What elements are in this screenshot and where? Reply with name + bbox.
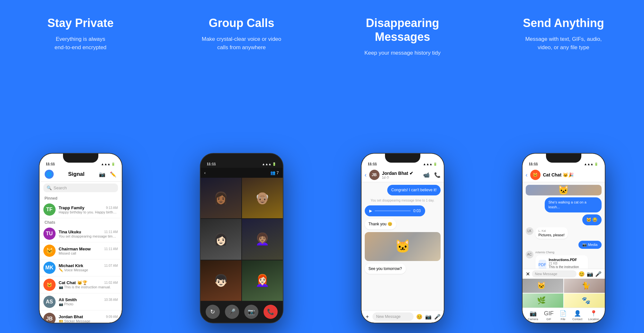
contact-avatar: 🐱 bbox=[530, 170, 541, 180]
contact-info: Jordan Bhat ✔ 1d ⏱ bbox=[382, 171, 421, 179]
phone2-wrap: 11:11 ▲▲▲ 🔋 ‹ 👥 7 👩🏾 👴🏽 bbox=[171, 61, 312, 323]
photo-cell[interactable]: 🌿 bbox=[523, 293, 563, 308]
app-title: Signal bbox=[68, 171, 85, 177]
pinned-label: Pinned bbox=[40, 194, 122, 201]
back-arrow-icon[interactable]: ‹ bbox=[365, 172, 367, 178]
chats-label: Chats bbox=[40, 218, 122, 225]
panel1-subtitle: Everything is alwaysend-to-end encrypted bbox=[55, 35, 107, 51]
globe-icon: 🌐 bbox=[45, 170, 54, 179]
system-message: You set disappearing message time to 1 d… bbox=[365, 198, 441, 203]
plus-icon[interactable]: ＋ bbox=[365, 313, 370, 320]
list-item[interactable]: MK Michael Kirk 11:07 AM ✏️ Voice Messag… bbox=[40, 259, 122, 276]
panel1-title: Stay Private bbox=[47, 16, 113, 30]
participant-1: 👩🏾 bbox=[201, 178, 241, 218]
rotate-button[interactable]: ↻ bbox=[206, 305, 220, 319]
cat-thumbnail: 🐱 bbox=[526, 185, 602, 195]
message-input[interactable]: New Message bbox=[532, 270, 577, 277]
contact-info: Cat Chat 🐱🎉 bbox=[543, 172, 602, 177]
call-grid: 👩🏾 👴🏽 👩🏻 👩🏽‍🦱 👦🏻 bbox=[201, 178, 283, 301]
mic-icon[interactable]: 🎤 bbox=[595, 271, 602, 277]
play-icon[interactable]: ▶ bbox=[369, 209, 372, 213]
status-bar-2: 11:11 ▲▲▲ 🔋 bbox=[201, 154, 283, 168]
camera-icon[interactable]: 📷 bbox=[425, 314, 432, 320]
camera-button[interactable]: 📷 bbox=[244, 305, 258, 319]
phone4-screen: 11:11 ▲▲▲ 🔋 ‹ 🐱 Cat Chat 🐱🎉 🐱 She's walk… bbox=[523, 154, 605, 323]
end-call-button[interactable]: 📞 bbox=[264, 305, 278, 319]
camera-toolbar-item[interactable]: 📷 Camera bbox=[528, 310, 538, 321]
photo-cell[interactable]: 🐈 bbox=[564, 279, 605, 293]
list-item[interactable]: 🐱 Chairman Meow 11:11 AM Missed call bbox=[40, 242, 122, 259]
mic-icon[interactable]: 🎤 bbox=[434, 314, 441, 320]
list-item[interactable]: JB Jordan Bhat 9:09 AM 🎫 Sticker Message bbox=[40, 310, 122, 323]
list-item[interactable]: 🐱 Cat Chat 🐱🏆 11:02 AM 📷 This is the ins… bbox=[40, 276, 122, 293]
file-toolbar-item[interactable]: 📄 File bbox=[559, 310, 567, 321]
panel3-title: DisappearingMessages bbox=[366, 16, 439, 44]
panel-stay-private: Stay Private Everything is alwaysend-to-… bbox=[0, 0, 161, 333]
video-call-icon[interactable]: 📹 bbox=[423, 172, 430, 178]
call-controls: ↻ 🎤 📷 📞 bbox=[201, 301, 283, 323]
sticker-icon[interactable]: 😊 bbox=[416, 314, 423, 320]
location-toolbar-item[interactable]: 📍 Location bbox=[588, 310, 599, 321]
avatar: TU bbox=[43, 228, 56, 240]
message-bubble: Thank you 😊 bbox=[365, 219, 396, 230]
message-input[interactable]: New Message bbox=[372, 312, 414, 321]
contact-toolbar-icon: 👤 bbox=[574, 310, 581, 317]
list-item[interactable]: TU Tina Ukuku 11:11 AM You set disappear… bbox=[40, 225, 122, 242]
compose-icon[interactable]: ✏️ bbox=[110, 171, 116, 177]
search-placeholder: Search bbox=[54, 185, 67, 190]
send-input-bar: ✕ New Message 😊 📷 🎤 bbox=[523, 269, 605, 279]
phone2-screen: 11:11 ▲▲▲ 🔋 ‹ 👥 7 👩🏾 👴🏽 bbox=[201, 154, 283, 323]
participant-5: 👦🏻 bbox=[201, 260, 241, 301]
panel-group-calls: Group Calls Make crystal-clear voice or … bbox=[161, 0, 322, 333]
waveform bbox=[375, 211, 411, 211]
contact-avatar: JB bbox=[369, 170, 380, 180]
send-app: 11:11 ▲▲▲ 🔋 ‹ 🐱 Cat Chat 🐱🎉 🐱 She's walk… bbox=[523, 154, 605, 323]
cat-photo: 🐱 bbox=[365, 232, 441, 261]
phone2: 11:11 ▲▲▲ 🔋 ‹ 👥 7 👩🏾 👴🏽 bbox=[200, 153, 283, 323]
status-bar-3: 11:11 ▲▲▲ 🔋 bbox=[362, 154, 444, 168]
status-bar-4: 11:11 ▲▲▲ 🔋 bbox=[523, 154, 605, 168]
msg-app: 11:11 ▲▲▲ 🔋 ‹ JB Jordan Bhat ✔ 1d ⏱ 📹 📞 bbox=[362, 154, 444, 323]
list-item[interactable]: AS Ali Smith 10:38 AM 📷 Photo bbox=[40, 293, 122, 310]
contact-toolbar-item[interactable]: 👤 Contact bbox=[572, 310, 582, 321]
avatar: 🐱 bbox=[43, 279, 56, 291]
back-arrow-icon[interactable]: ‹ bbox=[526, 172, 528, 178]
photo-cell[interactable]: 🐱 bbox=[523, 279, 563, 293]
media-button[interactable]: 📷 Media bbox=[578, 241, 601, 249]
smith-photo-preview: 📷 Photo bbox=[59, 302, 118, 306]
messages-body: Congrats! I can't believe it! You set di… bbox=[362, 182, 444, 310]
gif-toolbar-item[interactable]: GIF GIF bbox=[544, 310, 554, 321]
phone1-wrap: 11:11 ▲▲▲ 🔋 🌐 Signal 📷 ✏️ 🔍 Search Pinne… bbox=[10, 61, 151, 323]
filename: Instructions.PDF bbox=[549, 258, 585, 262]
message-bubble: Congrats! I can't believe it! bbox=[387, 185, 440, 195]
list-item[interactable]: TF Trapp Family 9:13 AM Happy birthday t… bbox=[40, 201, 122, 218]
avatar: AS bbox=[43, 296, 56, 308]
avatar: AC bbox=[526, 251, 533, 258]
status-icons-1: ▲▲▲ 🔋 bbox=[101, 162, 115, 166]
back-arrow-icon[interactable]: ‹ bbox=[204, 170, 206, 175]
avatar: LK bbox=[526, 227, 533, 235]
header-actions: 📹 📞 bbox=[423, 172, 441, 178]
avatar: JB bbox=[43, 313, 56, 323]
sticker-icon[interactable]: 😊 bbox=[578, 271, 585, 277]
close-icon[interactable]: ✕ bbox=[526, 271, 530, 277]
search-bar[interactable]: 🔍 Search bbox=[43, 184, 118, 192]
phone4-wrap: 11:11 ▲▲▲ 🔋 ‹ 🐱 Cat Chat 🐱🎉 🐱 She's walk… bbox=[493, 61, 634, 323]
phone-icon[interactable]: 📞 bbox=[434, 172, 441, 178]
phone3: 11:11 ▲▲▲ 🔋 ‹ JB Jordan Bhat ✔ 1d ⏱ 📹 📞 bbox=[361, 153, 444, 323]
camera-icon[interactable]: 📷 bbox=[587, 271, 593, 277]
panel3-subtitle: Keep your message history tidy bbox=[364, 49, 441, 57]
bottom-toolbar: 📷 Camera GIF GIF 📄 File 👤 bbox=[523, 308, 605, 323]
call-header: ‹ 👥 7 bbox=[201, 168, 283, 178]
search-icon: 🔍 bbox=[47, 185, 52, 190]
camera-icon[interactable]: 📷 bbox=[99, 171, 105, 177]
photo-cell[interactable]: 🐾 bbox=[564, 293, 605, 308]
duration: 0:03 bbox=[413, 209, 421, 213]
gif-toolbar-icon: GIF bbox=[544, 310, 554, 317]
mute-button[interactable]: 🎤 bbox=[225, 305, 239, 319]
avatar: 🐱 bbox=[43, 245, 56, 257]
file-toolbar-icon: 📄 bbox=[559, 310, 567, 317]
message-input-bar: ＋ New Message 😊 📷 🎤 bbox=[362, 310, 444, 323]
phone3-screen: 11:11 ▲▲▲ 🔋 ‹ JB Jordan Bhat ✔ 1d ⏱ 📹 📞 bbox=[362, 154, 444, 323]
message-bubble: 🐱 😂 bbox=[582, 214, 602, 225]
